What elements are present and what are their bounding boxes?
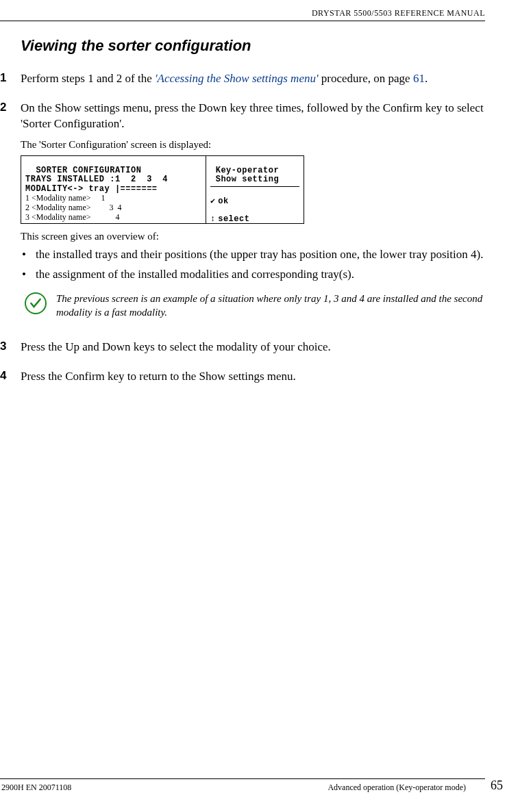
- check-icon: ✔: [210, 197, 215, 206]
- link-page-61[interactable]: 61: [413, 72, 425, 85]
- lcd-line2: TRAYS INSTALLED :1 2 3 4: [25, 175, 168, 184]
- page-content: Viewing the sorter configuration 1 Perfo…: [0, 37, 485, 398]
- step1-text-b: procedure, on page: [319, 72, 413, 85]
- lcd-line3: MODALITY<-> tray |=======: [25, 184, 158, 194]
- step-number: 2: [0, 101, 21, 326]
- bullet-icon: •: [21, 247, 36, 263]
- link-accessing-show-settings[interactable]: 'Accessing the Show settings menu': [155, 72, 319, 85]
- lcd-line4: 1 <Modality name> 1: [25, 193, 106, 203]
- page-number: 65: [491, 778, 503, 793]
- step-4: 4 Press the Confirm key to return to the…: [0, 369, 485, 385]
- step4-text: Press the Confirm key to return to the S…: [21, 369, 485, 385]
- updown-icon: ↕: [210, 215, 215, 224]
- section-heading: Viewing the sorter configuration: [21, 37, 485, 55]
- bullet2-text: the assignment of the installed modaliti…: [36, 267, 354, 283]
- step-body: On the Show settings menu, press the Dow…: [21, 101, 485, 326]
- lcd-left-panel: SORTER CONFIGURATION TRAYS INSTALLED :1 …: [21, 156, 206, 223]
- lcd-screenshot: SORTER CONFIGURATION TRAYS INSTALLED :1 …: [21, 155, 304, 224]
- lcd-right1: Key-operator: [210, 166, 279, 175]
- footer-rule: [0, 778, 485, 779]
- bullet1-text: the installed trays and their positions …: [36, 247, 483, 263]
- lcd-line6: 3 <Modality name> 4: [25, 212, 120, 222]
- list-item: • the assignment of the installed modali…: [21, 267, 485, 283]
- lcd-line5: 2 <Modality name> 3 4: [25, 203, 122, 212]
- list-item: • the installed trays and their position…: [21, 247, 485, 263]
- step-1: 1 Perform steps 1 and 2 of the 'Accessin…: [0, 71, 485, 87]
- header-title: DRYSTAR 5500/5503 REFERENCE MANUAL: [312, 8, 485, 18]
- lcd-ok-row: ✔ok: [210, 197, 299, 206]
- bullet-list: • the installed trays and their position…: [21, 247, 485, 283]
- step-3: 3 Press the Up and Down keys to select t…: [0, 340, 485, 355]
- lcd-right-panel: Key-operator Show setting ✔ok ↕select: [206, 156, 304, 223]
- footer-docid: 2900H EN 20071108: [1, 783, 71, 793]
- note-callout: The previous screen is an example of a s…: [21, 292, 485, 319]
- step-2: 2 On the Show settings menu, press the D…: [0, 101, 485, 326]
- lcd-select: select: [218, 215, 249, 224]
- step-number: 1: [0, 71, 21, 87]
- lcd-line1: SORTER CONFIGURATION: [25, 166, 141, 175]
- lcd-select-row: ↕select: [210, 215, 299, 224]
- step2-subtext: The 'Sorter Configuration' screen is dis…: [21, 138, 485, 151]
- bullet-icon: •: [21, 267, 36, 283]
- checkmark-circle-icon: [25, 292, 47, 314]
- lcd-divider: [210, 186, 299, 187]
- step-body: Perform steps 1 and 2 of the 'Accessing …: [21, 71, 485, 87]
- lcd-ok: ok: [218, 197, 228, 206]
- footer: 2900H EN 20071108 Advanced operation (Ke…: [0, 783, 485, 793]
- note-text: The previous screen is an example of a s…: [56, 292, 485, 319]
- step3-text: Press the Up and Down keys to select the…: [21, 340, 485, 355]
- step2-text: On the Show settings menu, press the Dow…: [21, 101, 485, 132]
- step1-text-a: Perform steps 1 and 2 of the: [21, 72, 155, 85]
- step-number: 4: [0, 369, 21, 385]
- header-rule: [0, 21, 485, 21]
- lcd-right2: Show setting: [210, 175, 279, 184]
- footer-section: Advanced operation (Key-operator mode): [327, 783, 466, 793]
- step-number: 3: [0, 340, 21, 355]
- step1-text-c: .: [425, 72, 428, 85]
